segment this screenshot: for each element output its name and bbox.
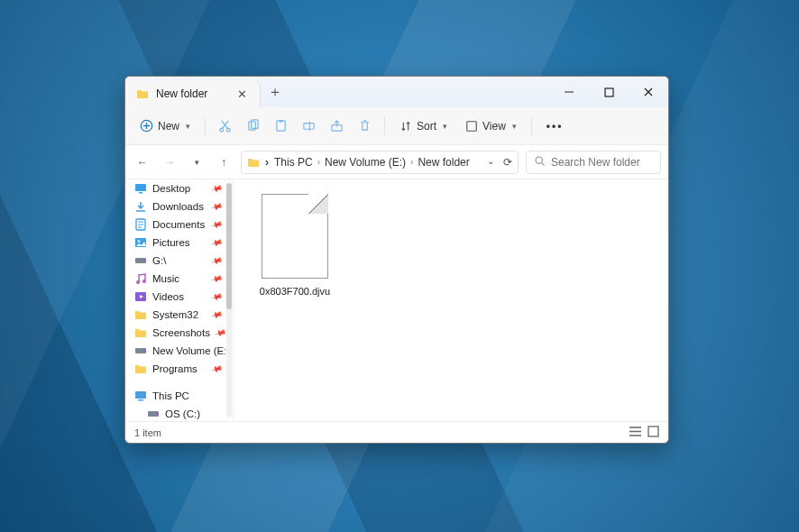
more-button[interactable]: •••	[539, 115, 571, 137]
pc-icon	[134, 390, 147, 402]
search-input[interactable]	[551, 156, 653, 169]
folder-icon	[247, 156, 260, 169]
chevron-right-icon: ›	[410, 157, 413, 167]
close-tab-icon[interactable]: ✕	[237, 88, 247, 100]
folder-icon	[134, 308, 147, 321]
search-box[interactable]	[526, 151, 661, 174]
rename-button[interactable]	[297, 115, 321, 137]
file-item[interactable]: 0x803F700.djvu	[250, 194, 340, 297]
view-button[interactable]: View ▾	[458, 115, 524, 137]
pin-icon: 📌	[210, 182, 224, 195]
svg-rect-32	[648, 427, 658, 436]
folder-icon	[136, 87, 149, 100]
svg-point-19	[136, 280, 140, 284]
sidebar-item-label: Downloads	[152, 201, 204, 212]
svg-point-20	[142, 280, 146, 283]
sidebar-item-label: Pictures	[152, 237, 190, 248]
sidebar-item-this-pc[interactable]: This PC	[125, 387, 225, 405]
sidebar-item-label: Music	[152, 273, 179, 284]
window-controls	[549, 77, 668, 107]
sidebar-item-new-volume-e-[interactable]: New Volume (E:)📌	[125, 342, 225, 360]
svg-rect-13	[139, 192, 142, 194]
breadcrumb-item[interactable]: New folder	[418, 156, 469, 169]
sidebar-item-label: New Volume (E:)	[152, 345, 225, 356]
folder-icon	[134, 326, 147, 339]
sort-button[interactable]: Sort ▾	[392, 115, 455, 137]
up-button[interactable]: ↑	[214, 152, 234, 172]
video-icon	[134, 290, 147, 303]
sidebar-item-label: OS (C:)	[165, 408, 200, 419]
svg-rect-10	[467, 121, 477, 131]
delete-button[interactable]	[353, 115, 377, 137]
desktop-icon	[134, 182, 147, 195]
file-name: 0x803F700.djvu	[250, 286, 340, 297]
back-button[interactable]: ←	[133, 152, 152, 172]
svg-point-11	[536, 157, 542, 163]
new-label: New	[158, 120, 179, 133]
sidebar-item-drive[interactable]: OS (C:)	[125, 405, 225, 421]
address-bar[interactable]: › This PC › New Volume (E:) › New folder…	[241, 151, 519, 174]
sidebar-item-music[interactable]: Music📌	[125, 270, 225, 288]
breadcrumb-item[interactable]: This PC	[274, 156, 313, 169]
status-text: 1 item	[134, 427, 161, 438]
music-icon	[134, 272, 147, 285]
svg-point-23	[143, 350, 145, 352]
sidebar-item-documents[interactable]: Documents📌	[125, 216, 225, 234]
tab-current[interactable]: New folder ✕	[125, 80, 261, 107]
refresh-button[interactable]: ⟳	[503, 156, 512, 169]
svg-rect-8	[304, 124, 314, 130]
divider	[205, 117, 206, 135]
file-icon	[262, 194, 328, 279]
minimize-button[interactable]	[549, 77, 589, 107]
cut-button[interactable]	[213, 115, 237, 137]
sidebar-item-downloads[interactable]: Downloads📌	[125, 197, 225, 216]
status-bar: 1 item	[125, 421, 668, 443]
pin-icon: 📌	[210, 200, 224, 213]
sidebar-item-system32[interactable]: System32📌	[125, 306, 225, 324]
sidebar-item-g-[interactable]: G:\📌	[125, 252, 225, 270]
divider	[531, 117, 532, 135]
chevron-down-icon: ▾	[186, 122, 190, 131]
pin-icon: 📌	[210, 362, 224, 375]
sidebar-item-screenshots[interactable]: Screenshots📌	[125, 324, 225, 342]
search-icon	[534, 155, 546, 170]
icons-view-button[interactable]	[647, 426, 659, 439]
pin-icon: 📌	[210, 308, 224, 321]
address-row: ← → ▾ ↑ › This PC › New Volume (E:) › Ne…	[125, 145, 668, 179]
divider	[384, 117, 385, 135]
chevron-right-icon: ›	[317, 157, 320, 167]
sidebar-item-label: This PC	[152, 390, 189, 401]
close-window-button[interactable]	[629, 77, 668, 107]
scrollbar[interactable]	[226, 183, 232, 417]
sidebar-item-label: System32	[152, 309, 198, 320]
sidebar-item-videos[interactable]: Videos📌	[125, 288, 225, 306]
svg-point-2	[220, 128, 224, 132]
sidebar-item-programs[interactable]: Programs📌	[125, 360, 225, 378]
svg-point-3	[226, 128, 230, 132]
forward-button[interactable]: →	[160, 152, 179, 172]
scrollbar-thumb[interactable]	[226, 183, 232, 309]
new-tab-button[interactable]: ＋	[261, 77, 289, 107]
details-view-button[interactable]	[629, 426, 642, 439]
new-button[interactable]: New ▾	[133, 115, 197, 137]
sidebar-item-label: Screenshots	[152, 327, 210, 338]
svg-rect-7	[280, 120, 283, 123]
drive-icon	[134, 254, 147, 267]
pin-icon: 📌	[210, 290, 224, 303]
sidebar-item-pictures[interactable]: Pictures📌	[125, 234, 225, 252]
sidebar-item-desktop[interactable]: Desktop📌	[125, 179, 225, 197]
svg-rect-12	[135, 184, 146, 191]
navigation-pane: Desktop📌Downloads📌Documents📌Pictures📌G:\…	[125, 179, 234, 421]
file-explorer-window: New folder ✕ ＋ New ▾ Sort ▾ Vie	[124, 76, 669, 444]
content-pane[interactable]: 0x803F700.djvu	[234, 179, 668, 421]
maximize-button[interactable]	[589, 77, 629, 107]
share-button[interactable]	[325, 115, 349, 137]
chevron-down-icon[interactable]: ⌄	[487, 156, 494, 169]
paste-button[interactable]	[269, 115, 293, 137]
breadcrumb-item[interactable]: New Volume (E:)	[325, 156, 406, 169]
sidebar-item-label: Desktop	[152, 183, 190, 194]
sidebar-item-label: Videos	[152, 291, 184, 302]
recent-chevron-icon[interactable]: ▾	[187, 152, 207, 172]
copy-button[interactable]	[241, 115, 265, 137]
sort-label: Sort	[417, 120, 436, 133]
